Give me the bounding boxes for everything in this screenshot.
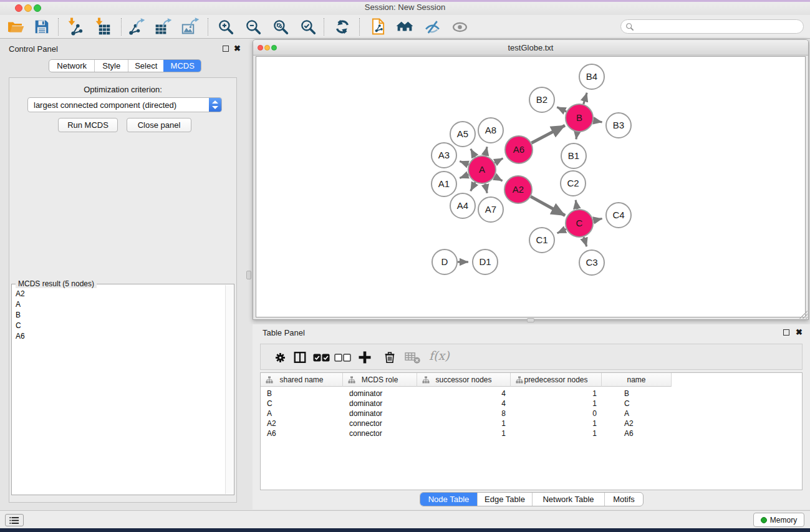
- table-cell-shared-name[interactable]: B: [261, 389, 343, 399]
- graph-edge-C-C3[interactable]: [584, 237, 587, 246]
- close-panel-icon[interactable]: ✖: [234, 44, 241, 52]
- table-cell-name[interactable]: C: [602, 399, 672, 409]
- column-header-predecessor-nodes[interactable]: predecessor nodes: [511, 373, 602, 387]
- table-cell-predecessor-nodes[interactable]: 1: [511, 389, 602, 399]
- table-cell-mcds-role[interactable]: connector: [343, 418, 417, 428]
- table-cell-name[interactable]: A6: [602, 428, 672, 438]
- float-panel-icon[interactable]: [223, 46, 229, 52]
- graph-edge-A-A7[interactable]: [485, 184, 487, 193]
- graph-edge-A-A6[interactable]: [494, 158, 503, 163]
- table-row[interactable]: A2connector11A2: [261, 418, 802, 428]
- table-cell-shared-name[interactable]: C: [261, 399, 343, 409]
- column-header-successor-nodes[interactable]: successor nodes: [417, 373, 511, 387]
- graph-edge-B-B1[interactable]: [576, 132, 577, 140]
- graph-edge-C-C4[interactable]: [594, 219, 602, 221]
- window-resize-grip[interactable]: [799, 311, 808, 319]
- tab-select[interactable]: Select: [128, 60, 164, 72]
- graph-edge-A-A3[interactable]: [460, 162, 468, 165]
- table-cell-predecessor-nodes[interactable]: 1: [511, 399, 602, 409]
- tab-node-table[interactable]: Node Table: [420, 493, 477, 506]
- import-network-icon[interactable]: [66, 17, 85, 36]
- table-cell-name[interactable]: A2: [602, 418, 672, 428]
- horizontal-splitter-handle[interactable]: [527, 318, 534, 322]
- table-cell-successor-nodes[interactable]: 8: [417, 409, 511, 418]
- table-cell-predecessor-nodes[interactable]: 0: [511, 409, 602, 418]
- table-row[interactable]: Cdominator41C: [261, 399, 802, 409]
- graph-edge-A-A2[interactable]: [494, 177, 503, 181]
- column-header-shared-name[interactable]: shared name: [261, 373, 343, 387]
- criterion-dropdown[interactable]: largest connected component (directed): [27, 97, 222, 112]
- table-cell-name[interactable]: A: [602, 409, 672, 418]
- table-options-icon[interactable]: [271, 348, 289, 367]
- mcds-result-item[interactable]: A: [12, 299, 234, 310]
- add-column-icon[interactable]: [355, 348, 374, 367]
- memory-button[interactable]: Memory: [753, 513, 804, 527]
- deselect-all-icon[interactable]: [333, 348, 352, 367]
- tab-mcds[interactable]: MCDS: [163, 60, 201, 72]
- table-cell-predecessor-nodes[interactable]: 1: [511, 418, 602, 428]
- tab-network[interactable]: Network: [49, 60, 94, 72]
- table-cell-successor-nodes[interactable]: 1: [417, 428, 511, 438]
- search-input[interactable]: [634, 21, 803, 32]
- function-builder-icon[interactable]: f(x): [429, 349, 450, 362]
- tab-network-table[interactable]: Network Table: [532, 493, 604, 506]
- table-cell-mcds-role[interactable]: dominator: [343, 389, 417, 399]
- export-table-icon[interactable]: [154, 17, 173, 36]
- graph-edge-B-B3[interactable]: [594, 120, 602, 122]
- graph-edge-A-A1[interactable]: [460, 175, 468, 178]
- save-session-icon[interactable]: [32, 17, 51, 36]
- table-cell-mcds-role[interactable]: connector: [343, 428, 417, 438]
- apply-layout-icon[interactable]: [333, 17, 352, 36]
- graph-edge-A-A5[interactable]: [471, 149, 475, 157]
- network-canvas[interactable]: B4B2BB3A8A5A6A3B1AA1C2A2A4A7C4CC1C3DD1: [256, 56, 806, 317]
- zoom-selected-icon[interactable]: [299, 17, 317, 36]
- table-cell-successor-nodes[interactable]: 4: [417, 399, 511, 409]
- table-cell-successor-nodes[interactable]: 4: [417, 389, 511, 399]
- show-all-icon[interactable]: [450, 17, 469, 36]
- mcds-result-item[interactable]: C: [12, 321, 234, 331]
- mcds-result-item[interactable]: A6: [12, 331, 234, 342]
- search-field[interactable]: [620, 19, 804, 34]
- graph-edge-B-B4[interactable]: [584, 93, 587, 104]
- first-neighbors-icon[interactable]: [395, 17, 414, 36]
- export-image-icon[interactable]: [181, 17, 200, 36]
- mcds-result-item[interactable]: A2: [12, 289, 234, 299]
- tab-motifs[interactable]: Motifs: [604, 493, 643, 506]
- graph-edge-C-C1[interactable]: [557, 229, 566, 233]
- table-cell-predecessor-nodes[interactable]: 1: [511, 428, 602, 438]
- delete-table-icon[interactable]: [403, 348, 422, 367]
- zoom-in-icon[interactable]: [216, 17, 235, 36]
- graph-edge-A-A8[interactable]: [485, 147, 487, 155]
- mcds-result-item[interactable]: B: [12, 310, 234, 321]
- select-all-icon[interactable]: [312, 348, 330, 367]
- zoom-fit-icon[interactable]: [271, 17, 290, 36]
- table-cell-shared-name[interactable]: A6: [261, 428, 343, 438]
- table-cell-mcds-role[interactable]: dominator: [343, 409, 417, 418]
- table-cell-successor-nodes[interactable]: 1: [417, 418, 511, 428]
- import-table-icon[interactable]: [94, 17, 112, 36]
- show-column-icon[interactable]: [291, 348, 309, 367]
- table-cell-shared-name[interactable]: A2: [261, 418, 343, 428]
- vertical-splitter-handle[interactable]: [246, 271, 251, 279]
- table-row[interactable]: Bdominator41B: [261, 389, 802, 399]
- zoom-out-icon[interactable]: [244, 17, 263, 36]
- delete-column-icon[interactable]: [380, 348, 399, 367]
- table-row[interactable]: A6connector11A6: [261, 428, 802, 438]
- graph-edge-A6-B[interactable]: [531, 125, 565, 143]
- close-panel-button[interactable]: Close panel: [127, 118, 191, 132]
- network-window-titlebar[interactable]: testGlobe.txt: [253, 40, 808, 56]
- tab-style[interactable]: Style: [94, 60, 128, 72]
- open-file-icon[interactable]: [6, 17, 25, 36]
- graph-edge-C-C2[interactable]: [576, 200, 577, 210]
- graph-edge-A2-C[interactable]: [531, 196, 565, 215]
- hide-selected-icon[interactable]: [423, 17, 441, 36]
- close-table-panel-icon[interactable]: ✖: [796, 328, 803, 336]
- float-table-panel-icon[interactable]: [783, 329, 789, 336]
- table-cell-mcds-role[interactable]: dominator: [343, 399, 417, 409]
- table-row[interactable]: Adominator80A: [261, 409, 802, 418]
- column-header-name[interactable]: name: [602, 373, 672, 387]
- table-cell-shared-name[interactable]: A: [261, 409, 343, 418]
- run-mcds-button[interactable]: Run MCDS: [58, 118, 118, 132]
- export-network-icon[interactable]: [127, 17, 146, 36]
- task-history-button[interactable]: [5, 514, 24, 526]
